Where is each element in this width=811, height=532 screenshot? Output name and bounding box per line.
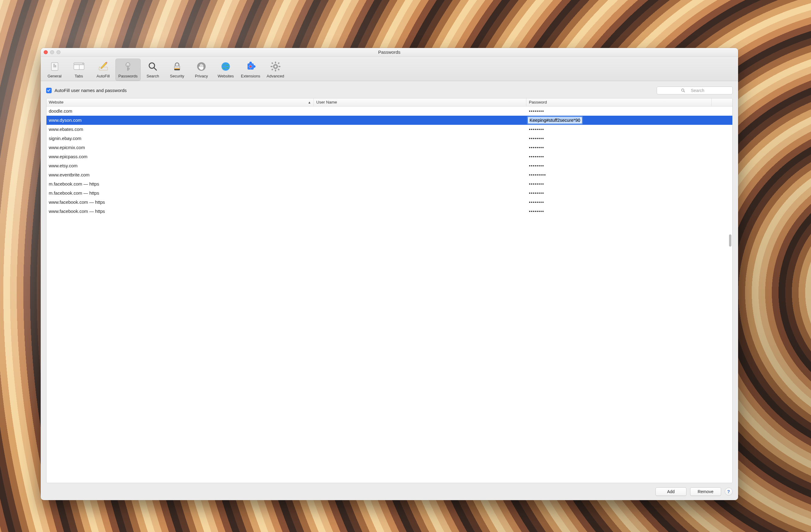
svg-rect-27: [275, 69, 276, 72]
preferences-window: Passwords General + T: [41, 48, 738, 500]
table-row[interactable]: www.etsy.com••••••••: [46, 161, 732, 170]
svg-line-14: [154, 68, 156, 70]
table-row[interactable]: www.facebook.com — https••••••••: [46, 207, 732, 216]
titlebar[interactable]: Passwords: [41, 48, 738, 57]
lock-icon: [171, 60, 183, 73]
globe-icon: [219, 60, 232, 73]
svg-rect-29: [278, 66, 280, 67]
cell-username: [314, 107, 526, 116]
table-row[interactable]: www.eventbrite.com•••••••••: [46, 170, 732, 179]
cell-username: [314, 116, 526, 125]
svg-point-24: [250, 66, 251, 67]
hand-icon: [195, 60, 208, 73]
table-row[interactable]: signin.ebay.com••••••••: [46, 134, 732, 143]
tab-extensions[interactable]: Extensions: [238, 59, 263, 81]
svg-rect-12: [128, 68, 129, 69]
table-header: Website ▲ User Name Password: [46, 98, 732, 107]
table-row[interactable]: www.epicmix.com••••••••: [46, 143, 732, 152]
search-input[interactable]: [657, 87, 733, 94]
cell-website: www.epicpass.com: [46, 152, 314, 161]
cell-password: ••••••••: [526, 152, 712, 161]
key-icon: [122, 60, 134, 73]
tab-search[interactable]: Search: [141, 59, 165, 81]
column-header-website[interactable]: Website ▲: [46, 98, 314, 106]
cell-username: [314, 143, 526, 152]
svg-point-34: [274, 65, 276, 67]
sort-indicator-icon: ▲: [308, 100, 311, 104]
password-edit-field[interactable]: Keeping#stuff2secure*90: [527, 116, 582, 124]
tab-privacy[interactable]: Privacy: [189, 59, 214, 81]
table-row[interactable]: www.facebook.com — https••••••••: [46, 198, 732, 207]
cell-spacer: [712, 152, 732, 161]
tab-general[interactable]: General: [43, 59, 67, 81]
tab-autofill[interactable]: AutoFill: [91, 59, 116, 81]
gear-icon: [270, 60, 281, 73]
cell-website: www.eventbrite.com: [46, 170, 314, 179]
cell-spacer: [712, 116, 732, 125]
puzzle-icon: [245, 60, 257, 73]
table-row[interactable]: www.epicpass.com••••••••: [46, 152, 732, 161]
svg-point-22: [249, 62, 252, 64]
svg-rect-17: [174, 69, 180, 70]
svg-rect-7: [99, 67, 108, 70]
tab-advanced[interactable]: Advanced: [263, 59, 288, 81]
add-button[interactable]: Add: [656, 487, 687, 496]
cell-password: ••••••••: [526, 179, 712, 189]
cell-website: m.facebook.com — https: [46, 189, 314, 198]
table-row[interactable]: m.facebook.com — https••••••••: [46, 189, 732, 198]
column-header-password[interactable]: Password: [526, 98, 712, 106]
autofill-checkbox[interactable]: [46, 88, 52, 93]
cell-password: ••••••••: [526, 107, 712, 116]
cell-website: www.facebook.com — https: [46, 198, 314, 207]
minimize-window-button[interactable]: [50, 50, 54, 54]
svg-rect-31: [278, 68, 279, 70]
table-row[interactable]: m.facebook.com — https••••••••: [46, 179, 732, 189]
passwords-table: Website ▲ User Name Password doodle.com•…: [46, 98, 733, 483]
tab-security[interactable]: Security: [165, 59, 189, 81]
help-button[interactable]: ?: [725, 488, 733, 496]
autofill-icon: [97, 60, 109, 73]
cell-username: [314, 189, 526, 198]
table-row[interactable]: doodle.com••••••••: [46, 107, 732, 116]
tab-passwords[interactable]: Passwords: [116, 59, 141, 81]
cell-username: [314, 125, 526, 134]
general-icon: [49, 60, 61, 73]
column-label: Password: [529, 100, 547, 105]
svg-text:+: +: [82, 63, 83, 65]
table-row[interactable]: www.ebates.com••••••••: [46, 125, 732, 134]
cell-spacer: [712, 170, 732, 179]
svg-point-23: [253, 65, 256, 68]
cell-spacer: [712, 198, 732, 207]
tab-websites[interactable]: Websites: [214, 59, 238, 81]
scrollbar-thumb[interactable]: [729, 234, 731, 247]
cell-password: ••••••••: [526, 134, 712, 143]
column-label: Website: [49, 100, 64, 105]
cell-spacer: [712, 134, 732, 143]
search-icon: [147, 60, 159, 73]
preferences-toolbar: General + Tabs AutoFill: [41, 57, 738, 81]
cell-website: www.etsy.com: [46, 161, 314, 170]
table-body[interactable]: doodle.com••••••••www.dyson.comKeeping#s…: [46, 107, 732, 483]
cell-password[interactable]: Keeping#stuff2secure*90: [526, 116, 712, 125]
table-row[interactable]: www.dyson.comKeeping#stuff2secure*90: [46, 116, 732, 125]
remove-button[interactable]: Remove: [690, 487, 721, 496]
cell-spacer: [712, 125, 732, 134]
tab-label: AutoFill: [96, 74, 110, 78]
cell-username: [314, 161, 526, 170]
bottom-bar: Add Remove ?: [46, 483, 733, 496]
tab-label: General: [47, 74, 61, 78]
tab-label: Websites: [217, 74, 233, 78]
zoom-window-button[interactable]: [57, 50, 60, 54]
svg-rect-26: [275, 62, 276, 63]
cell-website: www.facebook.com — https: [46, 207, 314, 216]
tab-tabs[interactable]: + Tabs: [67, 59, 91, 81]
tab-label: Advanced: [267, 74, 284, 78]
cell-username: [314, 152, 526, 161]
cell-spacer: [712, 179, 732, 189]
svg-rect-33: [271, 68, 273, 70]
cell-spacer: [712, 143, 732, 152]
window-controls: [44, 50, 60, 54]
close-window-button[interactable]: [44, 50, 48, 54]
column-header-username[interactable]: User Name: [314, 98, 526, 106]
tab-label: Extensions: [241, 74, 260, 78]
